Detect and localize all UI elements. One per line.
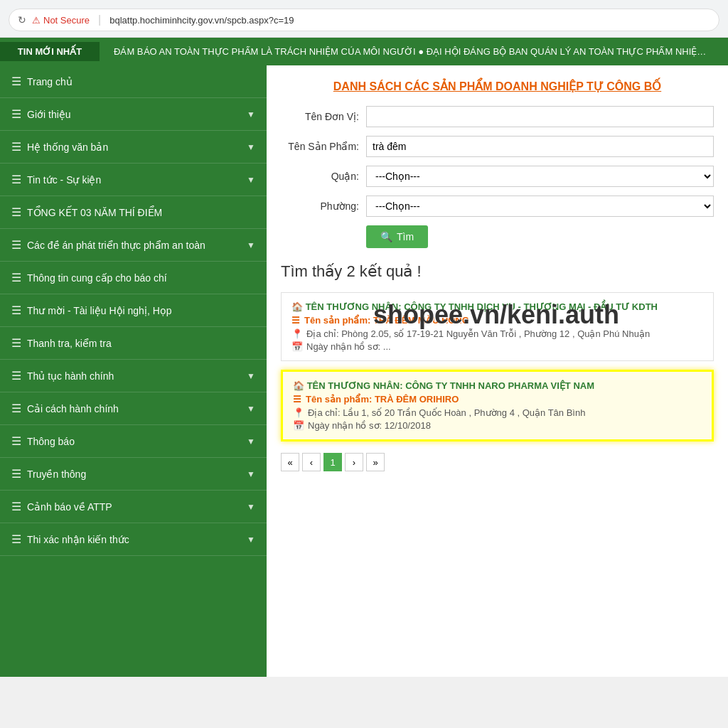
page-btn-2[interactable]: 1 — [323, 453, 342, 471]
menu-icon-11: ☰ — [11, 434, 21, 448]
page-btn-3[interactable]: › — [345, 453, 363, 471]
menu-icon-3: ☰ — [11, 173, 21, 186]
menu-icon-7: ☰ — [11, 304, 21, 317]
form-row-san-pham: Tên Sản Phẩm: — [281, 136, 714, 157]
sidebar-item-0[interactable]: ☰ Trang chủ — [0, 65, 267, 98]
sidebar-item-label-12: Truyền thông — [27, 469, 86, 480]
sidebar-item-left-1: ☰ Giới thiệu — [11, 107, 71, 121]
sidebar-item-11[interactable]: ☰ Thông báo ▼ — [0, 425, 267, 458]
menu-icon-5: ☰ — [11, 238, 21, 252]
sidebar: ☰ Trang chủ ☰ Giới thiệu ▼ ☰ Hệ thống vă… — [0, 65, 267, 677]
form-row-phuong: Phường: ---Chọn--- — [281, 196, 714, 217]
calendar-icon-2: 📅 — [293, 420, 304, 431]
sidebar-item-left-14: ☰ Thi xác nhận kiến thức — [11, 532, 129, 546]
chevron-icon-14: ▼ — [247, 535, 255, 545]
san-pham-input[interactable] — [366, 136, 714, 157]
result-1-product[interactable]: ☰ Tên sản phẩm: TRÀ ĐÊM MÀU HỒNG — [291, 315, 703, 326]
sidebar-item-10[interactable]: ☰ Cải cách hành chính ▼ — [0, 392, 267, 425]
search-icon: 🔍 — [380, 231, 392, 242]
sidebar-item-7[interactable]: ☰ Thư mời - Tài liệu Hội nghị, Họp — [0, 294, 267, 327]
sidebar-item-9[interactable]: ☰ Thủ tục hành chính ▼ — [0, 360, 267, 392]
content-area: DANH SÁCH CÁC SẢN PHẨM DOANH NGHIỆP TỰ C… — [267, 65, 728, 677]
sidebar-item-label-6: Thông tin cung cấp cho báo chí — [27, 272, 167, 284]
menu-icon-10: ☰ — [11, 402, 21, 415]
url-separator: | — [98, 14, 101, 26]
chevron-icon-10: ▼ — [247, 404, 255, 414]
phuong-select[interactable]: ---Chọn--- — [366, 196, 714, 217]
chevron-icon-1: ▼ — [247, 109, 255, 119]
sidebar-item-2[interactable]: ☰ Hệ thống văn bản ▼ — [0, 131, 267, 164]
list-icon-1: ☰ — [291, 315, 300, 326]
menu-icon-6: ☰ — [11, 271, 21, 284]
form-row-quan: Quận: ---Chọn--- — [281, 166, 714, 187]
page-btn-0[interactable]: « — [281, 453, 299, 471]
sidebar-item-left-5: ☰ Các đề án phát triển thực phẩm an toàn — [11, 238, 205, 252]
pagination: «‹1›» — [281, 453, 714, 471]
sidebar-item-3[interactable]: ☰ Tin tức - Sự kiện ▼ — [0, 164, 267, 196]
menu-icon-13: ☰ — [11, 500, 21, 513]
sidebar-item-left-10: ☰ Cải cách hành chính — [11, 402, 119, 415]
result-card-1: 🏠 TÊN THƯƠNG NHÂN: CÔNG TY TNHH DỊCH VỤ … — [281, 292, 714, 361]
sidebar-item-label-3: Tin tức - Sự kiện — [27, 174, 101, 186]
don-vi-input[interactable] — [366, 106, 714, 127]
url-text: bqlattp.hochiminhcity.gov.vn/spcb.aspx?c… — [109, 15, 294, 26]
sidebar-item-14[interactable]: ☰ Thi xác nhận kiến thức ▼ — [0, 523, 267, 556]
list-icon-2: ☰ — [293, 394, 301, 405]
chevron-icon-9: ▼ — [247, 371, 255, 381]
result-2-merchant: 🏠 TÊN THƯƠNG NHÂN: CÔNG TY TNHH NARO PHA… — [293, 380, 702, 391]
quan-select[interactable]: ---Chọn--- — [366, 166, 714, 187]
ticker-label: TIN MỚI NHẤT — [0, 42, 100, 61]
sidebar-item-label-4: TỔNG KẾT 03 NĂM THÍ ĐIỂM — [27, 207, 162, 218]
result-1-address: 📍 Địa chỉ: Phòng 2.05, số 17-19-21 Nguyễ… — [291, 328, 703, 339]
sidebar-item-label-14: Thi xác nhận kiến thức — [27, 534, 129, 545]
menu-icon-4: ☰ — [11, 205, 21, 219]
chevron-icon-13: ▼ — [247, 502, 255, 512]
chevron-icon-11: ▼ — [247, 437, 255, 446]
search-button[interactable]: 🔍 Tìm — [366, 225, 428, 248]
page-btn-4[interactable]: » — [366, 453, 385, 471]
sidebar-item-label-8: Thanh tra, kiểm tra — [27, 338, 112, 349]
sidebar-item-left-0: ☰ Trang chủ — [11, 75, 73, 88]
not-secure-indicator: ⚠ Not Secure — [32, 15, 90, 26]
sidebar-item-label-10: Cải cách hành chính — [27, 403, 119, 414]
sidebar-item-13[interactable]: ☰ Cảnh báo về ATTP ▼ — [0, 491, 267, 523]
sidebar-item-1[interactable]: ☰ Giới thiệu ▼ — [0, 98, 267, 131]
sidebar-item-12[interactable]: ☰ Truyền thông ▼ — [0, 458, 267, 491]
address-bar[interactable]: ↻ ⚠ Not Secure | bqlattp.hochiminhcity.g… — [9, 9, 719, 31]
home-icon-2: 🏠 — [293, 380, 304, 391]
result-2-product[interactable]: ☰ Tên sản phẩm: TRÀ ĐÊM ORIHIRO — [293, 394, 702, 405]
chevron-icon-3: ▼ — [247, 175, 255, 185]
ticker-content: ĐẢM BẢO AN TOÀN THỰC PHẨM LÀ TRÁCH NHIỆM… — [100, 46, 728, 57]
sidebar-item-left-2: ☰ Hệ thống văn bản — [11, 140, 108, 154]
search-btn-label: Tìm — [397, 231, 414, 242]
chevron-icon-2: ▼ — [247, 142, 255, 152]
main-layout: ☰ Trang chủ ☰ Giới thiệu ▼ ☰ Hệ thống vă… — [0, 65, 728, 677]
result-1-merchant: 🏠 TÊN THƯƠNG NHÂN: CÔNG TY TNHH DỊCH VỤ … — [291, 301, 703, 312]
san-pham-label: Tên Sản Phẩm: — [281, 141, 359, 152]
sidebar-item-8[interactable]: ☰ Thanh tra, kiểm tra — [0, 327, 267, 360]
page-btn-1[interactable]: ‹ — [302, 453, 321, 471]
sidebar-item-label-2: Hệ thống văn bản — [27, 141, 108, 153]
sidebar-item-left-9: ☰ Thủ tục hành chính — [11, 369, 114, 382]
sidebar-item-left-13: ☰ Cảnh báo về ATTP — [11, 500, 112, 513]
results-summary: Tìm thấy 2 kết quả ! — [281, 262, 714, 281]
location-icon-2: 📍 — [293, 407, 304, 418]
home-icon: 🏠 — [291, 301, 303, 312]
reload-icon[interactable]: ↻ — [18, 14, 26, 26]
ticker-bar: TIN MỚI NHẤT ĐẢM BẢO AN TOÀN THỰC PHẨM L… — [0, 38, 728, 65]
sidebar-item-6[interactable]: ☰ Thông tin cung cấp cho báo chí — [0, 262, 267, 294]
menu-icon-14: ☰ — [11, 532, 21, 546]
result-2-address: 📍 Địa chỉ: Lầu 1, số 20 Trần Quốc Hoàn ,… — [293, 407, 702, 418]
menu-icon-8: ☰ — [11, 336, 21, 350]
sidebar-item-4[interactable]: ☰ TỔNG KẾT 03 NĂM THÍ ĐIỂM — [0, 196, 267, 229]
sidebar-item-label-5: Các đề án phát triển thực phẩm an toàn — [27, 240, 205, 251]
menu-icon-2: ☰ — [11, 140, 21, 154]
sidebar-item-label-13: Cảnh báo về ATTP — [27, 501, 112, 513]
result-card-2: 🏠 TÊN THƯƠNG NHÂN: CÔNG TY TNHH NARO PHA… — [281, 370, 714, 441]
warning-icon: ⚠ — [32, 15, 41, 26]
chevron-icon-5: ▼ — [247, 240, 255, 250]
page-title: DANH SÁCH CÁC SẢN PHẨM DOANH NGHIỆP TỰ C… — [281, 80, 714, 93]
sidebar-item-5[interactable]: ☰ Các đề án phát triển thực phẩm an toàn… — [0, 229, 267, 262]
location-icon-1: 📍 — [291, 328, 303, 339]
don-vi-label: Tên Đơn Vị: — [281, 111, 359, 122]
